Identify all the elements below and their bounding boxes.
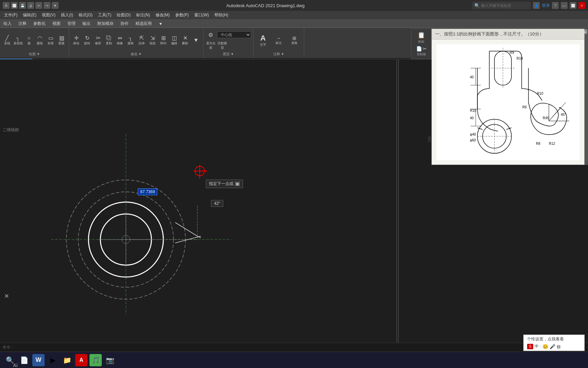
search-icon: 🔍 — [474, 3, 480, 8]
ime-emoji-icon[interactable]: 😊 — [542, 344, 548, 349]
menu-file[interactable]: 文件(F) — [1, 12, 20, 18]
rb-rect[interactable]: ▭矩形 — [46, 35, 56, 45]
tab-draw[interactable]: 绘入 — [0, 20, 15, 28]
distance-input[interactable]: 87.7369 — [138, 188, 157, 195]
taskbar-explorer[interactable]: 📄 — [18, 354, 30, 366]
taskbar: 🔍 📄 W ▶ 📁 A 🎵 📷 Ai — [0, 352, 588, 368]
rb-stretch[interactable]: ⇱拉伸 — [136, 35, 147, 45]
rb-hatch[interactable]: ▨图案 — [56, 35, 67, 45]
menu-param[interactable]: 参数(P) — [173, 12, 192, 18]
close-icon[interactable]: ✕ — [578, 2, 585, 9]
rb-fillet[interactable]: ╮圆角 — [126, 35, 136, 45]
watermark: WC — [427, 136, 431, 142]
menu-window[interactable]: 窗口(W) — [192, 12, 212, 18]
menu-modify[interactable]: 修改(M) — [153, 12, 173, 18]
command-line[interactable]: 命令: — [0, 343, 588, 351]
help-icon[interactable]: ? — [552, 2, 559, 9]
print-icon[interactable]: 🖨 — [27, 2, 34, 9]
rb-rotate[interactable]: ↻旋转 — [82, 35, 92, 45]
rb-scale[interactable]: ⇲缩放 — [147, 35, 158, 45]
taskbar-music[interactable]: 🎵 — [89, 354, 102, 366]
drawing-canvas[interactable] — [0, 127, 286, 325]
tab-collab[interactable]: 协作 — [117, 20, 132, 28]
layer-select[interactable]: 中心线 0 粗实线 — [217, 31, 251, 38]
reference-panel: 一、按照1:1的比例抄画下面图形，不注尺寸。（10分） R9 R18 — [431, 29, 585, 165]
ime-more-icon[interactable]: ▤ — [557, 344, 560, 349]
rb-arc[interactable]: ◠圆弧 — [35, 35, 45, 45]
paste-icon[interactable]: 📋 — [418, 31, 425, 39]
customize-icon[interactable]: ▼ — [52, 2, 59, 9]
taskbar-word[interactable]: W — [32, 354, 45, 366]
title-right-icons: 🔍 👤 登录 ? — ⬜ ✕ — [472, 2, 585, 9]
menu-draw[interactable]: 绘图(D) — [114, 12, 133, 18]
search-input[interactable] — [481, 3, 529, 7]
angle-input[interactable]: 42° — [211, 200, 223, 207]
undo-icon[interactable]: ↩ — [35, 2, 42, 9]
rb-layer-match[interactable]: 匹配图层 — [217, 41, 227, 50]
svg-rect-15 — [437, 44, 579, 160]
next-point-tooltip: 指定下一点或 ▦ — [206, 180, 243, 188]
rb-more-modify[interactable]: ▼ — [191, 35, 201, 45]
menu-view[interactable]: 视图(V) — [39, 12, 58, 18]
ime-toolbar: S 中 · 😊 🎤 ▤ — [527, 343, 581, 349]
rb-array[interactable]: ⊞阵列 — [158, 35, 168, 45]
taskbar-camera[interactable]: 📷 — [104, 354, 116, 366]
taskbar-play[interactable]: ▶ — [47, 354, 59, 366]
maximize-icon[interactable]: ⬜ — [570, 2, 576, 9]
taskbar-folder[interactable]: 📁 — [61, 354, 73, 366]
ime-voice-icon[interactable]: 🎤 — [550, 344, 555, 349]
svg-text:45°: 45° — [561, 113, 566, 117]
ribbon-group-layer: ⚙ 中心线 0 粗实线 置为当前 匹配图层 图层 ▼ — [203, 28, 254, 58]
rb-move[interactable]: ✛移动 — [71, 35, 81, 45]
tab-manage[interactable]: 管理 — [64, 20, 79, 28]
rb-line[interactable]: ╱直线 — [2, 35, 12, 45]
menu-tools[interactable]: 工具(T) — [95, 12, 114, 18]
tab-addins[interactable]: 附加模块 — [94, 20, 117, 28]
menu-edit[interactable]: 编辑(E) — [20, 12, 39, 18]
rb-mirror[interactable]: ⇔镜像 — [115, 35, 125, 45]
menu-insert[interactable]: 插入(I) — [58, 12, 76, 18]
rb-dim[interactable]: ↔标注 — [271, 31, 286, 50]
cut-icon[interactable]: ✂ — [423, 46, 427, 51]
tab-output[interactable]: 输出 — [79, 20, 94, 28]
menu-dim[interactable]: 标注(N) — [133, 12, 153, 18]
app-title: Autodesk AutoCAD 2021 Drawing1.dwg — [59, 3, 472, 8]
rb-circle[interactable]: ○圆 — [24, 35, 34, 45]
save-icon[interactable]: 💾 — [19, 2, 26, 9]
rb-table[interactable]: ⊞表格 — [287, 31, 302, 50]
ime-lang[interactable]: 中 — [535, 343, 539, 349]
menu-format[interactable]: 格式(O) — [76, 12, 95, 18]
rb-copy[interactable]: ⿻复制 — [104, 35, 114, 45]
taskbar-autocad[interactable]: A — [75, 354, 87, 366]
annotate-buttons: A文字 ↔标注 ⊞表格 — [256, 29, 302, 51]
rb-trim[interactable]: ✂修剪 — [93, 35, 103, 45]
ime-punct[interactable]: · — [540, 344, 541, 349]
app-menu-icon[interactable]: A — [3, 2, 10, 9]
tab-annotate[interactable]: 注释 — [15, 20, 30, 28]
rb-polyline[interactable]: ╮多段线 — [13, 35, 23, 45]
menu-help[interactable]: 帮助(H) — [212, 12, 231, 18]
rb-layer-current[interactable]: 置为当前 — [206, 41, 216, 50]
tab-param[interactable]: 参数化 — [30, 20, 49, 28]
ribbon-group-modify: ✛移动 ↻旋转 ✂修剪 ⿻复制 ⇔镜像 ╮圆角 ⇱拉伸 ⇲缩放 ⊞阵列 ◫偏移 … — [69, 28, 203, 58]
minimize-icon[interactable]: — — [561, 2, 568, 9]
ref-panel-body: R9 R18 φ40 φ60 — [432, 40, 584, 165]
rb-offset[interactable]: ◫偏移 — [169, 35, 179, 45]
draw-group-label: 绘图 ▼ — [29, 51, 40, 57]
svg-text:φ60: φ60 — [470, 138, 476, 142]
ime-notify-popup[interactable]: 个性设置，点我看看 S 中 · 😊 🎤 ▤ — [523, 335, 585, 351]
ime-notify-text: 个性设置，点我看看 — [527, 336, 581, 342]
tab-view[interactable]: 视图 — [49, 20, 64, 28]
tab-more[interactable]: ▼ — [155, 20, 166, 28]
tab-featured[interactable]: 精选应用 — [132, 20, 155, 28]
rb-layer-prop[interactable]: ⚙ — [206, 30, 216, 40]
rb-text[interactable]: A文字 — [256, 31, 271, 50]
login-link[interactable]: 登录 — [542, 3, 550, 9]
title-left-icons[interactable]: A ⬜ 💾 🖨 ↩ ↪ ▼ — [3, 2, 59, 9]
rb-erase[interactable]: ✕删除 — [180, 35, 190, 45]
redo-icon[interactable]: ↪ — [44, 2, 50, 9]
new-icon[interactable]: ⬜ — [11, 2, 18, 9]
user-icon[interactable]: 👤 — [533, 2, 540, 9]
close-drawing-x[interactable]: ✕ — [4, 292, 9, 300]
copy-icon[interactable]: 📄 — [416, 46, 422, 51]
